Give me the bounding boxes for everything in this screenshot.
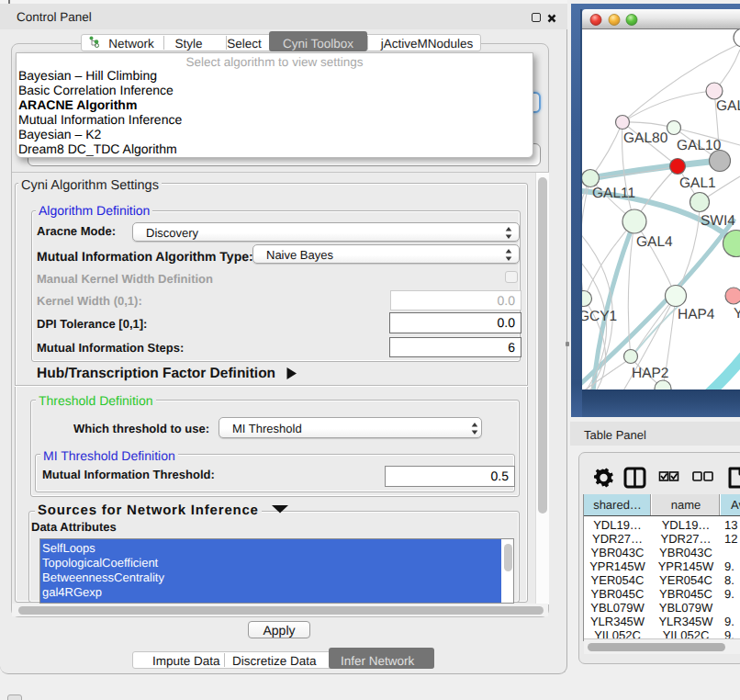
svg-text:HAP4: HAP4: [678, 307, 715, 322]
svg-text:GAL2: GAL2: [716, 98, 740, 114]
svg-text:GAL1: GAL1: [679, 175, 716, 191]
svg-text:GAL11: GAL11: [592, 186, 635, 201]
svg-text:GAL10: GAL10: [677, 138, 722, 153]
svg-text:SWI4: SWI4: [701, 213, 735, 229]
svg-text:YEL0: YEL0: [734, 306, 740, 322]
svg-text:GCY1: GCY1: [582, 309, 617, 324]
svg-text:HAP2: HAP2: [632, 366, 669, 381]
svg-text:GAL80: GAL80: [623, 130, 668, 146]
svg-text:GAL4: GAL4: [636, 234, 673, 250]
